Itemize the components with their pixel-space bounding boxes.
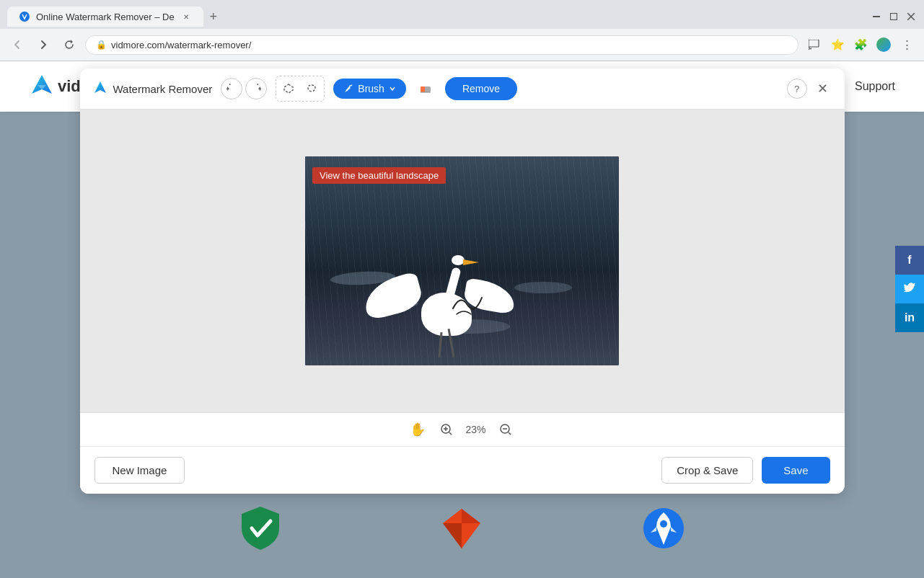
shield-icon [239,505,282,552]
page-background: vidmore Products ▾ Resource Support [0,61,924,578]
facebook-button[interactable]: f [895,246,924,275]
twitter-icon [903,282,916,296]
svg-point-26 [660,520,667,528]
svg-line-21 [509,432,511,435]
zoom-controls: 23% [437,420,515,439]
new-image-button[interactable]: New Image [94,457,185,484]
watermark-text-overlay: View the beautiful landscape [312,167,446,184]
browser-toolbar: 🔒 vidmore.com/watermark-remover/ ⭐ 🧩 ⋮ [0,29,924,61]
svg-marker-23 [462,509,480,523]
zoom-out-button[interactable] [496,420,515,439]
close-button[interactable] [905,11,917,22]
facebook-icon: f [907,254,911,267]
watermark-remover-tool: Watermark Remover [80,68,845,494]
watermark-text: View the beautiful landscape [320,170,439,181]
refresh-button[interactable] [59,35,79,55]
rocket-icon-container [635,499,693,557]
svg-line-18 [449,432,452,435]
menu-button[interactable]: ⋮ [897,35,917,55]
hand-tool-button[interactable]: ✋ [410,422,426,437]
rocket-icon [641,505,687,552]
svg-marker-9 [258,86,260,91]
diamond-icon-container [434,499,491,557]
shield-icon-container [232,499,289,557]
tool-header-right: ? ✕ [787,79,833,99]
restore-button[interactable] [888,11,899,22]
egret-beak [463,259,479,265]
brush-icon [343,84,353,94]
support-nav-item[interactable]: Support [855,80,895,93]
zoom-percentage: 23% [463,424,489,435]
toolbar-actions: ⭐ 🧩 ⋮ [804,35,917,55]
bottom-icons-section [0,485,924,572]
reflection-3 [514,282,572,293]
svg-marker-5 [71,40,73,44]
tab-strip: Online Watermark Remover – De ✕ + [7,6,871,27]
extensions-button[interactable]: 🧩 [850,35,871,55]
social-sidebar: f in [895,246,924,332]
save-label: Save [783,464,808,476]
lock-icon: 🔒 [96,40,107,50]
brush-label: Brush [358,83,384,94]
tab-title: Online Watermark Remover – De [36,12,175,22]
undo-redo-controls [221,78,267,99]
eraser-icon [419,82,432,95]
cast-button[interactable] [804,35,824,55]
svg-point-0 [19,12,30,22]
tool-logo-icon [92,80,109,97]
forward-button[interactable] [33,35,53,55]
action-right: Crop & Save Save [661,457,830,484]
tool-header: Watermark Remover [80,68,845,110]
crop-save-label: Crop & Save [677,464,738,476]
logo-icon [29,74,55,99]
tool-canvas: View the beautiful landscape [80,110,845,412]
undo-button[interactable] [221,78,242,99]
active-tab[interactable]: Online Watermark Remover – De ✕ [7,6,203,27]
url-text: vidmore.com/watermark-remover/ [111,40,251,50]
new-image-label: New Image [113,464,167,476]
linkedin-button[interactable]: in [895,303,924,332]
zoom-out-icon [499,423,512,436]
save-button[interactable]: Save [762,457,830,484]
main-image: View the beautiful landscape [305,156,619,365]
brush-tool-button[interactable]: Brush [333,79,406,99]
redo-button[interactable] [245,78,267,99]
svg-line-11 [349,85,352,86]
bookmark-button[interactable]: ⭐ [827,35,848,55]
minimize-button[interactable] [871,11,882,22]
eraser-button[interactable] [415,78,436,99]
selection-tools [276,76,325,102]
support-label: Support [855,80,895,93]
svg-marker-24 [443,523,462,548]
diamond-icon [439,505,485,552]
tool-wrapper: Watermark Remover [0,112,924,123]
zoom-in-icon [440,423,453,436]
new-tab-button[interactable]: + [203,6,224,27]
help-button[interactable]: ? [787,79,807,99]
back-button[interactable] [7,35,27,55]
tab-close-button[interactable]: ✕ [180,11,192,22]
polygon-select-button[interactable] [278,78,299,99]
profile-button[interactable] [874,35,894,55]
lasso-select-button[interactable] [301,78,322,99]
remove-button[interactable]: Remove [445,77,517,100]
remove-label: Remove [462,83,500,94]
svg-rect-6 [809,40,819,47]
browser-chrome: Online Watermark Remover – De ✕ + [0,0,924,61]
svg-rect-1 [873,16,880,17]
svg-rect-13 [421,86,425,92]
profile-avatar [876,37,891,52]
address-bar[interactable]: 🔒 vidmore.com/watermark-remover/ [85,35,798,55]
zoom-in-button[interactable] [437,420,456,439]
crop-save-button[interactable]: Crop & Save [661,457,753,484]
svg-marker-10 [284,84,293,93]
svg-rect-2 [891,14,897,20]
close-tool-button[interactable]: ✕ [813,79,833,99]
tab-favicon [19,11,30,22]
twitter-button[interactable] [895,275,924,303]
tool-bottom-controls: ✋ 23% [80,412,845,446]
linkedin-icon: in [905,311,915,324]
tool-logo: Watermark Remover [92,80,213,97]
image-scene [305,156,619,365]
brush-chevron-icon [389,85,396,92]
